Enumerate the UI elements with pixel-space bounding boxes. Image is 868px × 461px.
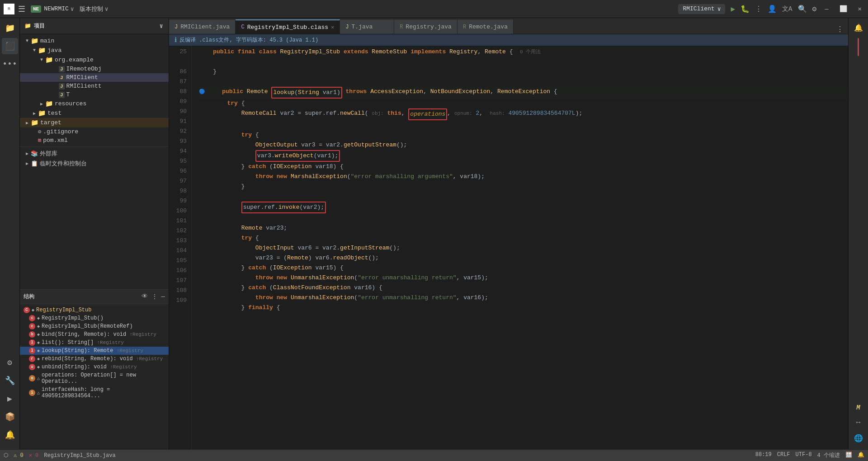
struct-item-rebind[interactable]: r ◆ rebind(String, Remote): void ↑Regist… xyxy=(20,355,169,363)
tab-java-icon: J xyxy=(345,24,349,30)
structure-options-icon[interactable]: ⋮ xyxy=(151,293,158,301)
sidebar-dropdown[interactable]: ∨ xyxy=(159,21,164,31)
tree-item-gitignore[interactable]: ⚙ .gitignore xyxy=(20,127,169,136)
diff-marker xyxy=(858,38,859,56)
settings-icon[interactable]: ⚙ xyxy=(812,5,817,14)
status-warnings[interactable]: ⚠ 0 xyxy=(14,452,24,459)
tree-item-target[interactable]: ▶ 📁 target xyxy=(20,118,169,127)
tree-item-test[interactable]: ▶ 📁 test xyxy=(20,108,169,118)
run-button[interactable]: ▶ xyxy=(731,5,735,14)
tree-item-iremoteobj[interactable]: J IRemoteObj xyxy=(20,65,169,73)
tree-arrow: ▼ xyxy=(24,38,31,43)
tab-rmiclient[interactable]: J RMIClient.java xyxy=(169,19,236,34)
tree-item-rmiclientt[interactable]: J RMIClientt xyxy=(20,82,169,90)
structure-collapse-icon[interactable]: — xyxy=(161,293,165,301)
struct-item-bind[interactable]: b ◆ bind(String, Remote): void ↑Registry xyxy=(20,330,169,339)
structure-header: 结构 👁 ⋮ — xyxy=(20,290,169,304)
activity-notifications[interactable]: 🔔 xyxy=(2,427,18,443)
folder-icon: 📁 xyxy=(31,37,38,45)
activity-dots[interactable]: ••• xyxy=(2,56,18,72)
menu-icon[interactable]: ☰ xyxy=(18,4,25,14)
code-line-109: } finally { xyxy=(199,303,848,313)
activity-structure[interactable]: ⬛ xyxy=(2,38,18,54)
line-num: 91 xyxy=(169,117,187,127)
struct-item-unbind[interactable]: u ◆ unbind(String): void ↑Registry xyxy=(20,363,169,371)
struct-item-lookup[interactable]: l ◆ lookup(String): Remote ↑Registry xyxy=(20,347,169,355)
status-notification-bell[interactable]: 🔔 xyxy=(858,452,864,459)
tree-item-external-libs[interactable]: ▶ 📚 外部库 xyxy=(20,149,169,159)
tree-item-t[interactable]: J T xyxy=(20,90,169,99)
user-icon[interactable]: 👤 xyxy=(768,5,777,14)
tab-close-button[interactable]: ✕ xyxy=(331,24,334,31)
status-indent[interactable]: 4 个缩进 xyxy=(817,452,840,459)
tree-item-main[interactable]: ▼ 📁 main xyxy=(20,36,169,46)
tree-item-resources[interactable]: ▶ 📁 resources xyxy=(20,99,169,108)
line-num: 97 xyxy=(169,176,187,186)
tree-separator xyxy=(20,146,169,147)
sidebar-folder-icon: 📁 xyxy=(24,23,31,29)
struct-item-constructor1[interactable]: c ◆ RegistryImpl_Stub() xyxy=(20,314,169,322)
status-bar: ⬡ ⚠ 0 ✕ 0 RegistryImpl_Stub.java 88:19 C… xyxy=(0,449,868,461)
right-icon-globe[interactable]: 🌐 xyxy=(851,431,866,446)
struct-item-constructor2[interactable]: c ◆ RegistryImpl_Stub(RemoteRef) xyxy=(20,322,169,330)
status-errors[interactable]: ✕ 0 xyxy=(29,452,39,459)
tab-registryimpl[interactable]: C RegistryImpl_Stub.class ✕ xyxy=(236,19,340,34)
code-editor[interactable]: 25 86 87 88 89 90 91 92 93 94 95 96 97 9… xyxy=(169,46,848,461)
tab-remote[interactable]: R Remote.java xyxy=(458,19,514,34)
tree-item-java[interactable]: ▼ 📁 java xyxy=(20,46,169,55)
vcs-label[interactable]: 版本控制 xyxy=(80,5,103,13)
minimize-button[interactable]: — xyxy=(822,5,831,13)
line-num: 94 xyxy=(169,146,187,156)
activity-tools[interactable]: 🔧 xyxy=(2,372,18,389)
activity-run[interactable]: ▶ xyxy=(2,390,18,407)
struct-item-list[interactable]: l ◆ list(): String[] ↑Registry xyxy=(20,339,169,347)
status-encoding[interactable]: UTF-8 xyxy=(796,452,812,459)
highlight-operations: operations xyxy=(408,108,447,120)
tree-item-temp[interactable]: ▶ 📋 临时文件和控制台 xyxy=(20,159,169,169)
right-icon-arrows[interactable]: ↔ xyxy=(854,416,863,429)
structure-panel: 结构 👁 ⋮ — C ◆ RegistryImpl_Stub xyxy=(20,289,169,461)
status-vcs[interactable]: ⬡ xyxy=(4,452,8,459)
more-button[interactable]: ⋮ xyxy=(755,5,762,14)
activity-deploy[interactable]: 📦 xyxy=(2,409,18,425)
gitignore-icon: ⚙ xyxy=(38,128,41,135)
notifications-icon[interactable]: 🔔 xyxy=(851,21,866,35)
close-button[interactable]: ✕ xyxy=(855,5,864,13)
tab-more-button[interactable]: ⋮ xyxy=(832,25,848,34)
tree-label: resources xyxy=(55,100,169,107)
tree-item-pomxml[interactable]: m pom.xml xyxy=(20,136,169,145)
status-right: 88:19 CRLF UTF-8 4 个缩进 🪟 🔔 xyxy=(755,452,864,459)
maximize-button[interactable]: ⬜ xyxy=(837,5,850,13)
line-num: 104 xyxy=(169,246,187,256)
debug-button[interactable]: 🐛 xyxy=(741,5,750,14)
status-crlf[interactable]: CRLF xyxy=(777,452,790,459)
debug-marker: 🔵 xyxy=(199,87,205,97)
struct-item-interfacehash[interactable]: i △ interfaceHash: long = 49059128983456… xyxy=(20,386,169,400)
run-config[interactable]: RMIClient ∨ xyxy=(678,4,725,14)
activity-project[interactable]: 📁 xyxy=(2,20,18,36)
sidebar: 📁 项目 ∨ ▼ 📁 main ▼ 📁 java ▼ xyxy=(20,18,169,461)
right-icon-m[interactable]: M xyxy=(854,401,863,414)
project-name[interactable]: NEWRMIC xyxy=(44,5,69,12)
struct-badge: l xyxy=(29,348,35,354)
struct-item-operations[interactable]: o △ operations: Operation[] = new Operat… xyxy=(20,371,169,386)
search-icon[interactable]: 🔍 xyxy=(798,5,807,14)
tree-item-org-example[interactable]: ▼ 📁 org.example xyxy=(20,55,169,65)
status-position[interactable]: 88:19 xyxy=(755,452,772,459)
activity-settings[interactable]: ⚙ xyxy=(2,354,18,371)
line-num: 106 xyxy=(169,266,187,276)
tab-t[interactable]: J T.java xyxy=(340,19,394,34)
code-content[interactable]: public final class RegistryImpl_Stub ext… xyxy=(192,46,848,461)
struct-access: ◆ xyxy=(37,315,40,321)
struct-badge: l xyxy=(29,339,35,346)
console-icon: 📋 xyxy=(31,160,38,167)
code-line-101: Remote var23; xyxy=(199,223,848,233)
translate-icon[interactable]: 文A xyxy=(782,5,792,13)
structure-visibility-icon[interactable]: 👁 xyxy=(142,293,148,301)
main-layout: 📁 ⬛ ••• ⚙ 🔧 ▶ 📦 🔔 ⬡ 📁 项目 ∨ ▼ 📁 main xyxy=(0,18,868,461)
tree-item-rmiclient[interactable]: J RMIClient xyxy=(20,73,169,82)
tab-registry[interactable]: R Registry.java xyxy=(394,19,458,34)
highlight-lookup: lookup(String var1) xyxy=(271,87,342,99)
struct-label: lookup(String): Remote ↑Registry xyxy=(42,348,167,354)
struct-item-class[interactable]: C ◆ RegistryImpl_Stub xyxy=(20,306,169,314)
